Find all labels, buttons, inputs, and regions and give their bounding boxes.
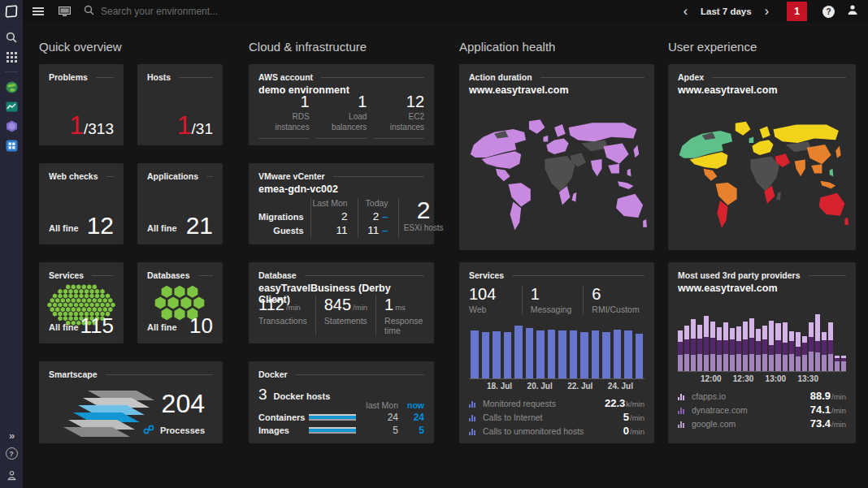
tile-vmware-vcenter[interactable]: VMware vCenter emea-gdn-vc002 Last Mon T… [249,163,434,244]
timeframe-next-button[interactable]: › [758,1,775,22]
dynatrace-logo[interactable] [0,0,23,23]
problems-badge[interactable]: 1 [787,2,807,21]
map-region-scandinavia [760,126,770,138]
stat-value: 6 [592,285,644,304]
hamburger-menu-icon[interactable] [33,6,44,17]
legend-label: google.com [692,419,810,429]
tile-header: Services [39,262,124,280]
map-region-sa_north [715,183,736,205]
tile-subtitle: www.easytravel.com [459,82,654,96]
left-sidebar: » ? [0,23,23,488]
tile-title: Docker [258,369,288,379]
column-header-now: now [398,400,424,410]
map-region-japan [835,146,841,158]
tile-header: AWS account [249,64,434,82]
user-account-icon[interactable] [847,4,858,19]
hosts-total: /31 [192,120,213,138]
tile-database[interactable]: Database easyTravelBusiness (Derby Clien… [249,262,434,343]
containers-sparkbar [309,414,356,421]
tile-title-rule [712,77,846,78]
sidebar-hub-app-icon[interactable] [0,136,23,155]
map-region-sa_south [510,202,522,231]
map-region-indonesia [820,181,835,188]
search-input[interactable] [101,6,345,17]
mini-bar-icon [678,408,687,414]
status-text: All fine [147,322,177,332]
hosts-problem-count: 1 [177,110,192,140]
legend-unit: /min [831,420,846,429]
migrations-today: 2 – [358,210,398,224]
tile-apdex[interactable]: Apdex www.easytravel.com [668,64,856,250]
stat-unit: /min [353,303,367,312]
tile-header: VMware vCenter [249,163,434,181]
sidebar-apps-grid-icon[interactable] [0,47,23,67]
tile-services-chart[interactable]: Services 104Web 1Messaging 6RMI/Custom 1… [459,262,654,443]
stat-messaging: 1Messaging [522,285,584,314]
tile-title: Smartscape [49,369,98,379]
database-stats: 112/min Transactions 845/min Statements … [258,296,424,335]
sidebar-smartscape-app-icon[interactable] [0,116,23,136]
tile-services[interactable]: Services All fine 115 [39,262,124,343]
topbar-right-controls: ‹ Last 7 days › 1 ? [677,0,868,23]
x-tick-label: 20. Jul [527,382,553,391]
stat-label: Response time [384,316,423,335]
tile-title: Services [469,270,504,280]
images-sparkbar [309,427,356,434]
row-label-images: Images [258,425,309,435]
tile-title: Hosts [147,72,171,82]
map-region-africa_north [545,156,575,192]
sidebar-charts-app-icon[interactable] [0,97,23,116]
legend-unit: /min [831,392,846,401]
legend-label: Calls to Internet [483,412,623,422]
dashboards-icon[interactable] [59,6,71,16]
tile-applications[interactable]: Applications All fine 21 [137,163,223,244]
sidebar-bottom: » ? [0,430,23,485]
map-region-india [795,160,805,177]
map-region-australia [819,193,845,216]
apdex-world-map [675,100,849,245]
tile-title-rule [305,275,424,276]
stat-value: 1 [258,93,310,111]
tile-aws-account[interactable]: AWS account demo environment 1RDS instan… [249,64,434,145]
chat-help-icon[interactable]: ? [822,6,835,18]
legend-value: 22.3 [605,397,625,409]
images-now: 5 [398,425,424,436]
status-text: All fine [147,223,177,233]
stat-response-time: 1ms Response time [375,296,431,335]
tile-smartscape[interactable]: Smartscape 204 [39,361,223,443]
tile-problems[interactable]: Problems 1/313 [39,64,124,145]
tile-title-rule [540,77,644,78]
map-region-central_asia [581,140,608,152]
sidebar-expand-icon[interactable]: » [0,430,23,442]
stat-label: RDS instances [258,112,310,132]
timeframe-selector[interactable]: Last 7 days [694,6,758,16]
map-region-japan [633,145,639,158]
stat-label: Messaging [531,304,584,314]
tile-web-checks[interactable]: Web checks All fine 12 [39,163,124,244]
status-text: All fine [49,223,79,233]
tile-title: Most used 3rd party providers [678,270,801,280]
column-user-experience: User experience Apdex www.easytravel.com… [668,23,856,443]
tile-header: Databases [137,262,223,280]
legend-label: cfapps.io [692,391,810,401]
column-title: Cloud & infrastructure [249,40,434,54]
tile-header: Action duration [459,64,654,82]
web-checks-count: 12 [87,212,114,240]
tile-hosts[interactable]: Hosts 1/31 [137,64,223,145]
databases-count: 10 [189,313,213,339]
tile-subtitle: www.easytravel.com [668,82,856,96]
tile-title: Action duration [469,72,532,82]
tile-3rd-party-providers[interactable]: Most used 3rd party providers www.easytr… [668,262,856,443]
sidebar-world-map-app-icon[interactable] [0,77,23,97]
tile-docker[interactable]: Docker 3 Docker hosts last Mon now Conta… [249,361,434,443]
tile-header: Apdex [668,64,856,82]
sidebar-user-icon[interactable] [0,465,23,485]
timeframe-prev-button[interactable]: ‹ [677,1,694,22]
sidebar-help-icon[interactable]: ? [6,447,18,460]
tile-header: Smartscape [39,361,223,379]
legend-row: Monitored requests22.3k/min [469,397,644,411]
tile-action-duration[interactable]: Action duration www.easytravel.com [459,64,654,250]
sidebar-search-icon[interactable] [0,28,23,47]
tile-databases[interactable]: Databases All fine 10 [137,262,223,343]
map-region-indonesia [618,181,633,189]
